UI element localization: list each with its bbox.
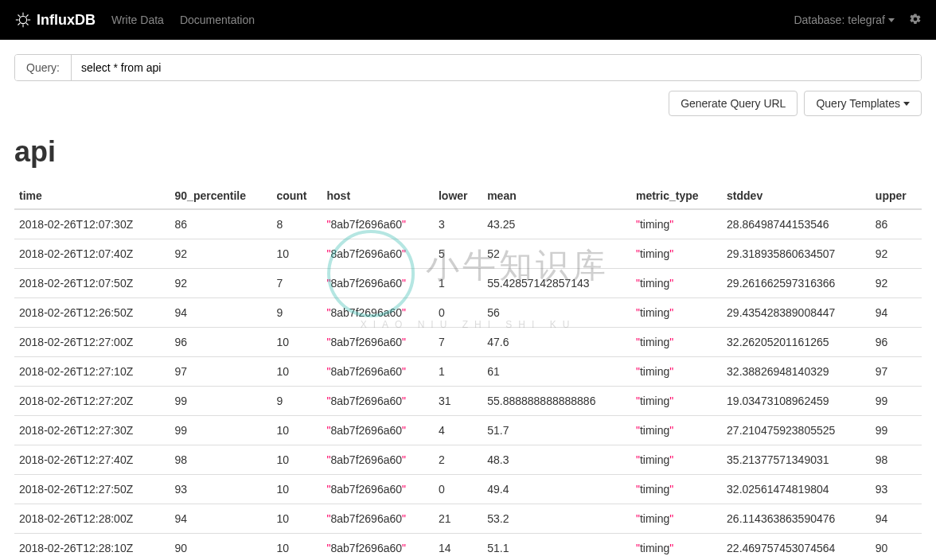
nav-write-data[interactable]: Write Data (111, 14, 164, 26)
table-cell: 8 (271, 209, 322, 239)
table-cell: 0 (434, 298, 482, 328)
page-title: api (14, 135, 922, 169)
logo-text: InfluxDB (37, 12, 96, 29)
table-cell: 29.261662597316366 (722, 269, 871, 298)
column-header: host (322, 183, 434, 209)
query-templates-label: Query Templates (816, 97, 900, 110)
table-cell: 2018-02-26T12:26:50Z (14, 298, 170, 328)
column-header: upper (871, 183, 922, 209)
table-cell: 43.25 (482, 209, 631, 239)
table-cell: 55.888888888888886 (482, 387, 631, 416)
table-cell: "timing" (631, 269, 722, 298)
nav-documentation[interactable]: Documentation (180, 14, 255, 26)
table-cell: 21 (434, 504, 482, 534)
navbar-left: InfluxDB Write Data Documentation (14, 11, 255, 29)
table-cell: 94 (170, 298, 272, 328)
table-cell: "8ab7f2696a60" (322, 504, 434, 534)
table-cell: 2018-02-26T12:27:00Z (14, 328, 170, 357)
results-table: time90_percentilecounthostlowermeanmetri… (14, 183, 922, 560)
table-cell: 99 (170, 416, 272, 445)
button-row: Generate Query URL Query Templates (14, 91, 922, 116)
table-cell: "timing" (631, 475, 722, 504)
query-input[interactable] (72, 55, 921, 80)
table-row: 2018-02-26T12:07:50Z927"8ab7f2696a60"155… (14, 269, 922, 298)
column-header: mean (482, 183, 631, 209)
navbar-right: Database: telegraf (794, 13, 922, 28)
svg-line-5 (18, 14, 20, 17)
table-cell: 97 (871, 357, 922, 387)
table-cell: "timing" (631, 445, 722, 475)
table-cell: "8ab7f2696a60" (322, 269, 434, 298)
table-cell: 29.318935860634507 (722, 239, 871, 269)
table-cell: 10 (271, 357, 322, 387)
table-cell: 96 (170, 328, 272, 357)
table-cell: "timing" (631, 357, 722, 387)
table-cell: 2018-02-26T12:07:50Z (14, 269, 170, 298)
table-cell: 14 (434, 534, 482, 561)
svg-line-7 (18, 23, 20, 25)
table-cell: 10 (271, 328, 322, 357)
database-dropdown[interactable]: Database: telegraf (794, 14, 895, 26)
generate-query-url-button[interactable]: Generate Query URL (669, 91, 798, 116)
svg-point-0 (19, 16, 26, 23)
table-cell: 98 (871, 445, 922, 475)
query-bar: Query: (14, 54, 922, 81)
table-cell: 51.7 (482, 416, 631, 445)
table-cell: 2018-02-26T12:28:10Z (14, 534, 170, 561)
table-cell: 92 (170, 269, 272, 298)
table-cell: 10 (271, 416, 322, 445)
table-cell: "timing" (631, 239, 722, 269)
table-cell: 97 (170, 357, 272, 387)
table-cell: 93 (871, 475, 922, 504)
table-cell: 4 (434, 416, 482, 445)
table-cell: "8ab7f2696a60" (322, 298, 434, 328)
table-cell: 19.03473108962459 (722, 387, 871, 416)
table-cell: 2018-02-26T12:27:40Z (14, 445, 170, 475)
table-cell: "timing" (631, 504, 722, 534)
table-cell: 10 (271, 445, 322, 475)
table-cell: "8ab7f2696a60" (322, 387, 434, 416)
table-cell: 7 (271, 269, 322, 298)
table-cell: 35.21377571349031 (722, 445, 871, 475)
table-cell: "8ab7f2696a60" (322, 209, 434, 239)
table-cell: 2018-02-26T12:27:30Z (14, 416, 170, 445)
table-cell: 2018-02-26T12:28:00Z (14, 504, 170, 534)
table-cell: 2018-02-26T12:07:40Z (14, 239, 170, 269)
table-cell: 32.38826948140329 (722, 357, 871, 387)
table-cell: 10 (271, 534, 322, 561)
chevron-down-icon (903, 102, 910, 106)
table-cell: 32.02561474819804 (722, 475, 871, 504)
svg-line-6 (26, 23, 29, 25)
table-cell: 56 (482, 298, 631, 328)
logo[interactable]: InfluxDB (14, 11, 96, 29)
column-header: stddev (722, 183, 871, 209)
table-cell: 98 (170, 445, 272, 475)
table-cell: 2018-02-26T12:07:30Z (14, 209, 170, 239)
db-label-prefix: Database: (794, 14, 844, 26)
table-cell: 2018-02-26T12:27:10Z (14, 357, 170, 387)
table-cell: 99 (170, 387, 272, 416)
table-row: 2018-02-26T12:28:00Z9410"8ab7f2696a60"21… (14, 504, 922, 534)
table-cell: 1 (434, 357, 482, 387)
table-cell: 48.3 (482, 445, 631, 475)
table-cell: 10 (271, 239, 322, 269)
table-row: 2018-02-26T12:07:30Z868"8ab7f2696a60"343… (14, 209, 922, 239)
table-cell: 10 (271, 504, 322, 534)
table-cell: 10 (271, 475, 322, 504)
table-cell: 99 (871, 416, 922, 445)
table-cell: "timing" (631, 387, 722, 416)
table-row: 2018-02-26T12:27:40Z9810"8ab7f2696a60"24… (14, 445, 922, 475)
table-header-row: time90_percentilecounthostlowermeanmetri… (14, 183, 922, 209)
table-cell: "8ab7f2696a60" (322, 328, 434, 357)
navbar: InfluxDB Write Data Documentation Databa… (0, 0, 936, 40)
table-cell: 9 (271, 387, 322, 416)
table-row: 2018-02-26T12:27:50Z9310"8ab7f2696a60"04… (14, 475, 922, 504)
table-cell: 53.2 (482, 504, 631, 534)
table-cell: "8ab7f2696a60" (322, 445, 434, 475)
table-cell: 99 (871, 387, 922, 416)
gear-icon[interactable] (909, 13, 922, 28)
table-cell: 92 (871, 269, 922, 298)
query-templates-button[interactable]: Query Templates (804, 91, 922, 116)
table-cell: "8ab7f2696a60" (322, 475, 434, 504)
table-cell: "timing" (631, 534, 722, 561)
